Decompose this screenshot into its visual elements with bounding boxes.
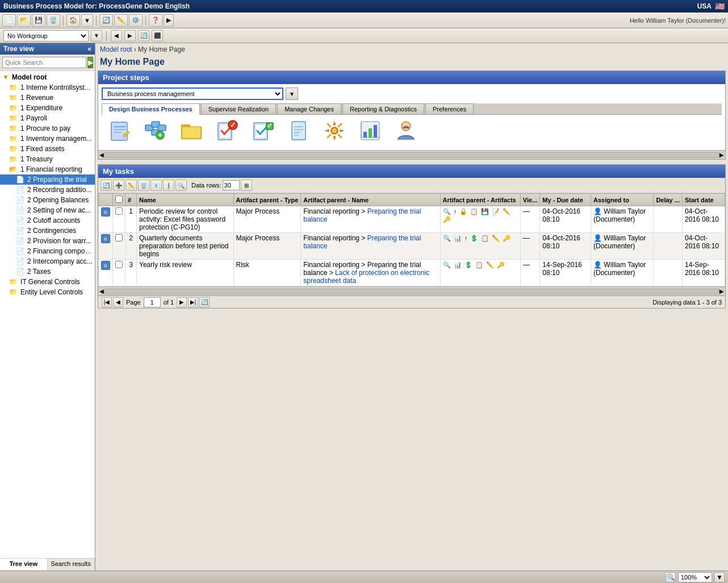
- workgroup-nav-btn[interactable]: ▼: [91, 30, 102, 41]
- row-detail-btn[interactable]: ≡: [99, 260, 113, 286]
- tree-item-fixed-assets[interactable]: 📁 1 Fixed assets: [0, 144, 95, 154]
- row-select-2[interactable]: [115, 234, 123, 241]
- tree-item-interne[interactable]: 📁 1 Interne Kontrollsyste...: [0, 82, 95, 93]
- toolbar-delete-btn[interactable]: 🗑️: [47, 14, 60, 27]
- tree-item-intercompany[interactable]: 📄 2 Intercompany acc...: [0, 256, 95, 266]
- tasks-hscroll-right[interactable]: ▶: [719, 288, 724, 294]
- tasks-hscroll[interactable]: ◀ ▶: [98, 286, 725, 295]
- row-parent-link-2[interactable]: Preparing the trial balance: [303, 234, 421, 250]
- page-next-btn[interactable]: ▶: [177, 297, 187, 307]
- tab-supervise[interactable]: Supervise Realization: [201, 103, 276, 114]
- search-input[interactable]: [2, 57, 86, 68]
- row-parent-link-1[interactable]: Preparing the trial balance: [303, 207, 421, 223]
- tab-reporting-diagnostics[interactable]: Reporting & Diagnostics: [342, 103, 424, 114]
- zoom-dropdown-btn[interactable]: ▼: [714, 572, 725, 582]
- step-icon-doc[interactable]: [283, 118, 314, 143]
- step-icon-checkmark[interactable]: ✓: [247, 118, 278, 143]
- tasks-delete-btn[interactable]: 🗑️: [138, 180, 149, 191]
- tree-item-expenditure[interactable]: 📁 1 Expenditure: [0, 103, 95, 113]
- tree-item-treasury[interactable]: 📁 1 Treasury: [0, 154, 95, 164]
- folder-icon: 📁: [9, 155, 18, 163]
- tree-item-setting[interactable]: 📄 2 Setting of new ac...: [0, 205, 95, 215]
- tab-tree-view[interactable]: Tree view: [0, 559, 48, 570]
- step-icon-person[interactable]: [390, 118, 421, 143]
- tasks-add-btn[interactable]: ➕: [113, 180, 124, 191]
- row-checkbox-3[interactable]: [113, 260, 125, 286]
- tree-item-preparing-trial[interactable]: 📄 2 Preparing the trial: [0, 174, 95, 185]
- tree-item-procure[interactable]: 📁 1 Procure to pay: [0, 123, 95, 134]
- row-parent-link-3[interactable]: Lack of protection on electronic spreads…: [303, 269, 429, 285]
- page-prev-btn[interactable]: ◀: [113, 297, 123, 307]
- tree-item-financial-reporting[interactable]: 📂 1 Financial reporting: [0, 164, 95, 174]
- row-detail-btn[interactable]: ≡: [99, 233, 113, 260]
- select-all-checkbox[interactable]: [115, 195, 123, 203]
- page-first-btn[interactable]: |◀: [102, 297, 112, 307]
- step-icon-edit[interactable]: [104, 118, 135, 143]
- page-input[interactable]: [144, 297, 161, 307]
- row-select-1[interactable]: [115, 207, 123, 215]
- row-select-3[interactable]: [115, 261, 123, 268]
- row-detail-btn[interactable]: ≡: [99, 206, 113, 233]
- toolbar-refresh-btn[interactable]: 🔄: [99, 14, 113, 27]
- workgroup-back-btn[interactable]: ◀: [111, 30, 122, 41]
- workgroup-refresh-btn[interactable]: 🔄: [138, 30, 149, 41]
- tree-item-inventory[interactable]: 📁 1 Inventory managem...: [0, 134, 95, 144]
- project-steps-hscroll[interactable]: ◀ ▶: [98, 150, 725, 159]
- tree-item-financing[interactable]: 📄 2 Financing compon...: [0, 246, 95, 256]
- toolbar-extra-btn[interactable]: ▶: [164, 14, 174, 27]
- toolbar-arrow-btn[interactable]: ▼: [81, 14, 93, 27]
- row-checkbox-2[interactable]: [113, 233, 125, 260]
- tab-preferences[interactable]: Preferences: [425, 103, 474, 114]
- tasks-hscroll-left[interactable]: ◀: [99, 288, 104, 294]
- tree-item-taxes[interactable]: 📄 2 Taxes: [0, 266, 95, 277]
- project-dropdown-btn[interactable]: ▼: [286, 88, 298, 100]
- row-checkbox-1[interactable]: [113, 206, 125, 233]
- tree-item-it-general[interactable]: 📁 IT General Controls: [0, 277, 95, 287]
- workgroup-stop-btn[interactable]: ⬛: [152, 30, 163, 41]
- workgroup-forward-btn[interactable]: ▶: [124, 30, 136, 41]
- data-rows-input[interactable]: [223, 180, 240, 190]
- tree-item-model-root[interactable]: ▼ Model root: [0, 72, 95, 82]
- toolbar-settings-btn[interactable]: ⚙️: [129, 14, 143, 27]
- page-last-btn[interactable]: ▶|: [188, 297, 198, 307]
- search-button[interactable]: ▶: [87, 57, 93, 68]
- step-icon-approve[interactable]: ✓: [211, 118, 242, 143]
- zoom-icon[interactable]: 🔍: [666, 572, 676, 582]
- tasks-grid-btn[interactable]: ⊞: [241, 180, 252, 191]
- tree-item-payroll[interactable]: 📁 1 Payroll: [0, 113, 95, 123]
- project-steps-select[interactable]: Business process management: [102, 88, 283, 100]
- tab-search-results[interactable]: Search results: [48, 559, 95, 570]
- hscroll-track[interactable]: [104, 152, 719, 158]
- tree-item-revenue[interactable]: 📁 1 Revenue: [0, 93, 95, 103]
- toolbar-edit-btn[interactable]: ✏️: [114, 14, 128, 27]
- toolbar-help-btn[interactable]: ❓: [149, 14, 162, 27]
- tasks-email-btn[interactable]: 📧: [150, 180, 162, 191]
- breadcrumb-root[interactable]: Model root: [100, 45, 132, 53]
- step-icon-chart[interactable]: [354, 118, 386, 143]
- toolbar-home-btn[interactable]: 🏠: [66, 14, 80, 27]
- step-icon-process-map[interactable]: +: [140, 118, 171, 143]
- page-refresh-btn[interactable]: 🔄: [199, 297, 210, 307]
- tasks-hscroll-track[interactable]: [104, 289, 719, 294]
- tree-item-opening[interactable]: 📄 2 Opening Balances: [0, 195, 95, 205]
- sidebar-collapse-icon[interactable]: «: [87, 45, 91, 53]
- tree-item-contingencies[interactable]: 📄 2 Contingencies: [0, 226, 95, 236]
- hscroll-left-btn[interactable]: ◀: [99, 152, 104, 158]
- tasks-filter-btn[interactable]: 🔍: [175, 180, 187, 191]
- tree-item-provision[interactable]: 📄 2 Provision for warr...: [0, 236, 95, 246]
- tree-item-entity-level[interactable]: 📁 Entity Level Controls: [0, 287, 95, 297]
- workgroup-select[interactable]: No Workgroup: [3, 30, 89, 41]
- zoom-select[interactable]: 100% 50% 75% 125% 150%: [678, 572, 712, 582]
- toolbar-save-btn[interactable]: 💾: [32, 14, 45, 27]
- hscroll-right-btn[interactable]: ▶: [719, 152, 724, 158]
- tasks-edit-btn[interactable]: ✏️: [125, 180, 137, 191]
- toolbar-open-btn[interactable]: 📂: [17, 14, 31, 27]
- step-icon-gear[interactable]: [319, 118, 350, 143]
- tab-design-business[interactable]: Design Business Processes: [102, 103, 200, 115]
- tree-item-recording[interactable]: 📄 2 Recording additio...: [0, 185, 95, 195]
- step-icon-folder[interactable]: [175, 118, 207, 143]
- toolbar-new-btn[interactable]: 📄: [2, 14, 16, 27]
- tree-item-cutoff[interactable]: 📄 2 Cutoff accounts: [0, 215, 95, 226]
- tab-manage-changes[interactable]: Manage Changes: [277, 103, 341, 114]
- tasks-refresh-btn[interactable]: 🔄: [101, 180, 112, 191]
